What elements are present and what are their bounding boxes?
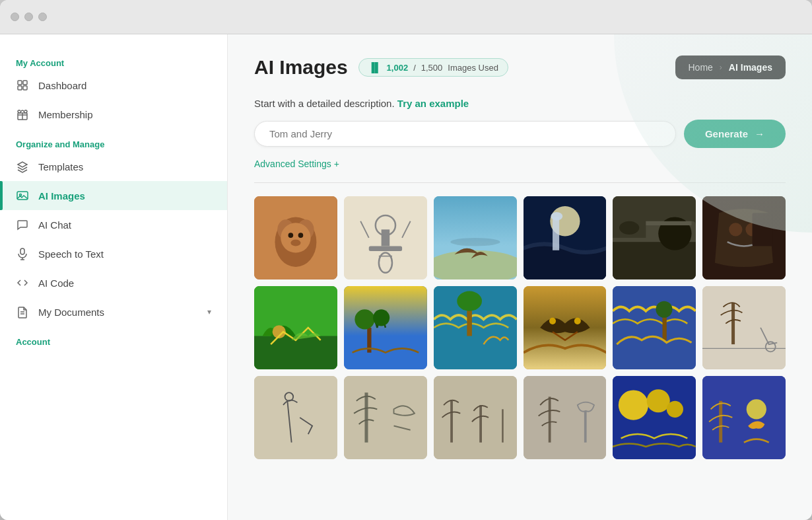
svg-rect-6 <box>17 192 28 200</box>
usage-total: 1,500 <box>421 63 443 73</box>
svg-rect-60 <box>613 286 696 369</box>
svg-point-44 <box>729 223 742 236</box>
svg-point-59 <box>574 318 580 324</box>
svg-rect-73 <box>502 409 504 442</box>
image-cell-16[interactable] <box>524 376 607 459</box>
minimize-dot[interactable] <box>24 13 33 21</box>
sidebar-item-templates-label: Templates <box>38 161 83 172</box>
svg-rect-66 <box>254 376 337 459</box>
usage-separator: / <box>413 63 416 73</box>
svg-rect-64 <box>731 303 735 344</box>
image-cell-17[interactable] <box>613 376 696 459</box>
svg-rect-71 <box>450 400 453 442</box>
svg-rect-63 <box>702 286 786 369</box>
svg-rect-46 <box>753 213 773 246</box>
my-account-label: My Account <box>0 53 227 71</box>
sidebar-item-ai-code-label: AI Code <box>38 278 74 289</box>
account-section-label: Account <box>0 332 227 350</box>
image-grid <box>254 196 786 459</box>
svg-point-62 <box>656 301 673 317</box>
advanced-settings-link[interactable]: Advanced Settings + <box>254 159 786 169</box>
page-title: AI Images <box>254 56 348 79</box>
image-cell-14[interactable] <box>344 376 427 459</box>
image-cell-2[interactable] <box>344 196 427 279</box>
svg-rect-0 <box>18 81 22 85</box>
svg-rect-1 <box>23 81 27 85</box>
try-example-link[interactable]: Try an example <box>397 98 469 109</box>
sidebar-item-dashboard-label: Dashboard <box>38 80 86 91</box>
svg-point-58 <box>549 318 556 324</box>
image-description-input[interactable] <box>269 128 661 139</box>
svg-point-52 <box>355 309 374 329</box>
svg-point-56 <box>457 291 482 311</box>
sidebar-item-speech-to-text[interactable]: Speech to Text <box>0 239 227 268</box>
image-cell-3[interactable] <box>434 196 517 279</box>
sidebar-item-ai-chat-label: AI Chat <box>38 219 71 231</box>
svg-rect-3 <box>23 86 27 90</box>
search-input-wrap[interactable] <box>254 121 676 147</box>
bar-chart-icon: ▐▌ <box>368 62 382 73</box>
svg-rect-74 <box>524 376 607 459</box>
sidebar-item-dashboard[interactable]: Dashboard <box>0 71 227 100</box>
image-cell-10[interactable] <box>524 286 607 369</box>
svg-rect-22 <box>369 246 402 251</box>
svg-point-20 <box>290 239 300 246</box>
image-cell-7[interactable] <box>254 286 337 369</box>
image-cell-13[interactable] <box>254 376 337 459</box>
chevron-down-icon: ▾ <box>207 307 211 316</box>
svg-rect-82 <box>719 400 722 442</box>
svg-rect-72 <box>479 405 482 443</box>
image-cell-8[interactable] <box>344 286 427 369</box>
usage-count: 1,002 <box>387 63 409 73</box>
sidebar-item-membership-label: Membership <box>38 109 93 120</box>
sidebar-item-ai-images[interactable]: AI Images <box>0 181 227 210</box>
close-dot[interactable] <box>11 13 19 21</box>
image-cell-1[interactable] <box>254 196 337 279</box>
svg-point-31 <box>450 238 500 246</box>
sidebar-item-my-documents[interactable]: My Documents ▾ <box>0 297 227 326</box>
image-cell-5[interactable] <box>613 196 696 279</box>
breadcrumb-home[interactable]: Home <box>689 62 713 73</box>
svg-point-53 <box>373 309 389 326</box>
image-cell-9[interactable] <box>434 286 517 369</box>
sidebar-item-membership[interactable]: Membership <box>0 100 227 129</box>
chat-icon <box>16 218 29 231</box>
mic-icon <box>16 247 29 260</box>
image-cell-12[interactable] <box>702 286 786 369</box>
svg-point-19 <box>298 233 304 238</box>
svg-rect-75 <box>548 396 551 442</box>
generate-button[interactable]: Generate → <box>684 120 786 148</box>
image-cell-15[interactable] <box>434 376 517 459</box>
image-cell-4[interactable] <box>524 196 607 279</box>
sidebar-item-ai-code[interactable]: AI Code <box>0 268 227 297</box>
svg-rect-23 <box>381 229 389 246</box>
code-icon <box>16 276 29 289</box>
svg-point-78 <box>619 390 648 420</box>
sidebar-item-templates[interactable]: Templates <box>0 152 227 181</box>
generate-label: Generate <box>705 128 748 139</box>
usage-label: Images Used <box>448 63 498 73</box>
svg-point-18 <box>288 233 294 238</box>
image-cell-11[interactable] <box>613 286 696 369</box>
document-icon <box>16 305 29 318</box>
svg-rect-77 <box>613 376 696 459</box>
image-cell-18[interactable] <box>702 376 786 459</box>
content-header: AI Images ▐▌ 1,002 / 1,500 Images Used H… <box>254 56 786 79</box>
maximize-dot[interactable] <box>38 13 47 21</box>
svg-rect-69 <box>364 392 368 442</box>
section-divider <box>254 182 786 183</box>
sidebar-item-speech-to-text-label: Speech to Text <box>38 248 104 260</box>
grid-icon <box>16 79 29 92</box>
svg-point-79 <box>647 389 670 412</box>
image-cell-6[interactable] <box>702 196 786 279</box>
svg-point-83 <box>747 399 766 419</box>
sidebar: My Account Dashboard <box>0 34 228 520</box>
breadcrumb-separator: › <box>720 63 722 72</box>
usage-badge: ▐▌ 1,002 / 1,500 Images Used <box>358 58 508 77</box>
page-title-row: AI Images ▐▌ 1,002 / 1,500 Images Used <box>254 56 508 79</box>
svg-rect-34 <box>553 217 559 250</box>
description-row: Start with a detailed description. Try a… <box>254 98 786 109</box>
sidebar-item-ai-chat[interactable]: AI Chat <box>0 210 227 239</box>
image-icon <box>16 189 29 202</box>
gift-icon <box>16 108 29 121</box>
